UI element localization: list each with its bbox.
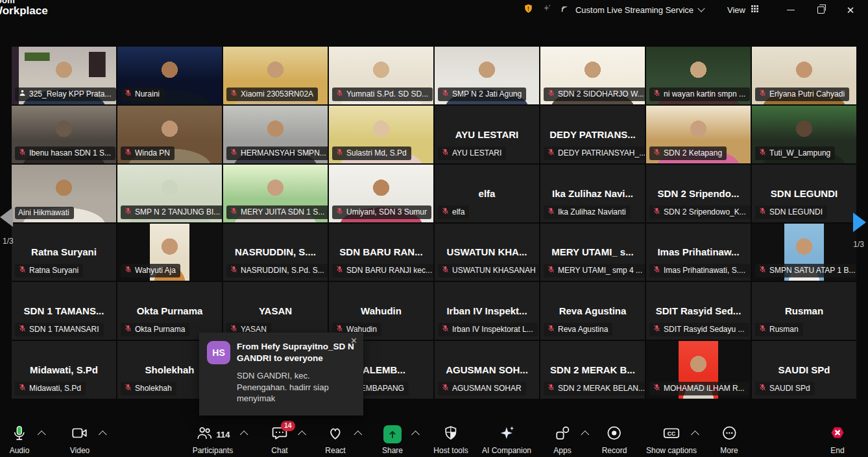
participant-tile[interactable]: SDN 2 Ketapang (646, 106, 751, 163)
participant-label-text: SMP N 2 TANJUNG BI... (135, 207, 220, 217)
participant-tile[interactable]: SAUDI SPdSAUDI SPd (752, 341, 856, 399)
ai-button[interactable]: AI Companion (482, 425, 531, 455)
participant-tile[interactable]: Nuraini (117, 47, 222, 104)
participant-tile[interactable]: Xiaomi 23053RN02A (223, 47, 328, 104)
participant-tile[interactable]: Okta PurnamaOkta Purnama (117, 282, 222, 340)
record-button[interactable]: Record (602, 425, 627, 455)
participant-tile[interactable]: Irban IV Inspekt...Irban IV Inspektorat … (435, 282, 539, 340)
participant-tile[interactable]: WahudinWahudin (329, 282, 433, 340)
participant-tile[interactable]: YASANYASAN (223, 282, 328, 340)
next-page-arrow[interactable] (853, 213, 866, 232)
audio-button[interactable]: Audio (10, 425, 30, 455)
participant-tile[interactable]: MOHAMAD ILHAM R... (646, 341, 751, 399)
participant-tile[interactable]: ni wayan kartin smpn ... (646, 47, 751, 104)
chevron-up-icon[interactable] (298, 430, 306, 439)
participant-tile[interactable]: SMP N 2 Jati Agung (435, 47, 539, 104)
participant-label-text: Ibenu hasan SDN 1 S... (29, 148, 111, 158)
previous-page-arrow[interactable] (0, 207, 13, 227)
participant-tile[interactable]: RusmanRusman (752, 282, 856, 340)
participant-tile[interactable]: Ibenu hasan SDN 1 S... (12, 106, 116, 163)
participant-tile[interactable]: Aini Hikmawati (12, 165, 116, 222)
muted-mic-icon (547, 383, 555, 393)
participant-tile[interactable]: SDN 2 SIDOHARJO W... (540, 47, 645, 104)
participant-tile[interactable]: Yumnati S.Pd. SD SD... (329, 47, 433, 104)
chat-button[interactable]: 14Chat (271, 425, 288, 455)
close-button[interactable]: ✕ (842, 1, 859, 18)
react-button[interactable]: React (325, 425, 345, 455)
share-button[interactable]: Share (382, 425, 403, 455)
participant-tile[interactable]: Umiyani, SDN 3 Sumur (329, 165, 433, 222)
participant-tile[interactable]: SMPN SATU ATAP 1 B... (752, 224, 856, 281)
participant-tile[interactable]: elfaelfa (435, 165, 539, 222)
chevron-up-icon[interactable] (354, 430, 363, 439)
participant-tile[interactable]: SDN LEGUNDISDN LEGUNDI (752, 165, 856, 222)
participant-label-text: Yumnati S.Pd. SD SD... (346, 89, 428, 99)
host-label: Host tools (433, 446, 468, 455)
participant-tile[interactable]: Tuti_W_Lampung (752, 106, 856, 163)
more-label: More (720, 446, 738, 455)
participant-tile[interactable]: Ika Zulihaz Navi...Ika Zulihaz Navianti (540, 165, 645, 222)
host-button[interactable]: Host tools (433, 425, 468, 455)
participant-tile[interactable]: Midawati, S.PdMidawati, S.Pd (12, 341, 116, 399)
streaming-service-label[interactable]: Custom Live Streaming Service (575, 5, 693, 15)
muted-mic-icon (335, 89, 344, 99)
record-label: Record (602, 446, 627, 455)
muted-mic-icon (547, 148, 555, 158)
more-button[interactable]: More (720, 425, 738, 455)
participant-tile[interactable]: Winda PN (117, 106, 222, 163)
participant-tile[interactable]: 325_Relay KPP Prata... (12, 47, 116, 104)
chevron-up-icon[interactable] (99, 430, 107, 439)
security-shield-icon[interactable] (523, 3, 534, 17)
chevron-up-icon[interactable] (691, 430, 699, 439)
captions-icon: CC (662, 425, 681, 444)
chat-notification-popup[interactable]: ✕ HS From Hefy Suprayitno_SD N GANDRI to… (199, 333, 363, 416)
restore-button[interactable] (812, 1, 829, 18)
participant-tile[interactable]: DEDY PATRIANS...DEDY PATRIANSYAH_... (540, 106, 645, 163)
react-icon (326, 425, 344, 444)
end-button[interactable]: End (828, 425, 847, 455)
participant-tile[interactable]: AYU LESTARIAYU LESTARI (435, 106, 539, 163)
participant-tile[interactable]: SDN 1 TAMANS...SDN 1 TAMANSARI (12, 282, 116, 340)
chevron-up-icon[interactable] (411, 430, 420, 439)
participant-label-text: SDN 2 SIDOHARJO W... (558, 89, 644, 99)
participants-button[interactable]: 114Participants (193, 425, 234, 455)
muted-mic-icon (124, 207, 132, 217)
participant-tile[interactable]: Reva AgustinaReva Agustina (540, 282, 645, 340)
participant-name-label: Sulastri Md, S.Pd (332, 146, 411, 160)
participant-tile[interactable]: Wahyuti Aja (117, 224, 222, 281)
minimize-button[interactable] (782, 1, 799, 18)
participant-tile[interactable]: SDIT Rasyid Sed...SDIT Rasyid Sedayu ... (646, 282, 751, 340)
participant-tile[interactable]: Erlyana Putri Cahyadi (752, 47, 856, 104)
captions-button[interactable]: CCShow captions (646, 425, 697, 455)
participant-tile[interactable]: AGUSMAN SOH...AGUSMAN SOHAR (435, 341, 539, 399)
ai-sparkle-icon[interactable] (542, 3, 552, 16)
apps-button[interactable]: Apps (553, 425, 571, 455)
close-icon[interactable]: ✕ (350, 336, 357, 346)
muted-mic-icon (441, 148, 450, 158)
view-button[interactable]: View (727, 5, 745, 15)
participant-tile[interactable]: SMP N 2 TANJUNG BI... (117, 165, 222, 222)
participant-tile[interactable]: SDN 2 MERAK B...SDN 2 MERAK BELAN... (540, 341, 645, 399)
chevron-up-icon[interactable] (38, 430, 46, 439)
participant-label-text: DEDY PATRIANSYAH_... (558, 148, 645, 158)
video-button[interactable]: Video (70, 425, 90, 455)
chevron-up-icon[interactable] (240, 430, 248, 439)
participant-tile[interactable]: MERY UTAMI_ s...MERY UTAMI_ smp 4 ... (540, 224, 645, 281)
participant-tile[interactable]: MERY JUITA SDN 1 S... (223, 165, 328, 222)
participant-tile[interactable]: Sulastri Md, S.Pd (329, 106, 433, 163)
chevron-up-icon[interactable] (581, 430, 589, 439)
participant-label-text: HERMANSYAH SMPN... (241, 148, 326, 158)
participant-name-label: SAUDI SPd (755, 382, 815, 395)
participant-name-label: SMP N 2 TANJUNG BI... (121, 205, 222, 219)
muted-mic-icon (441, 89, 450, 99)
participant-tile[interactable]: SDN 2 Sripendo...SDN 2 Sripendowo_K... (646, 165, 751, 222)
participant-label-text: Xiaomi 23053RN02A (241, 89, 313, 99)
participant-tile[interactable]: NASRUDDIN, S....NASRUDDIN, S.Pd. S... (223, 224, 328, 281)
view-grid-icon[interactable] (751, 4, 759, 16)
participant-tile[interactable]: HERMANSYAH SMPN... (223, 106, 328, 163)
chevron-down-icon[interactable] (697, 5, 705, 12)
participant-tile[interactable]: Imas Prihatinaw...Imas Prihatinawati, S.… (646, 224, 751, 281)
participant-tile[interactable]: USWATUN KHA...USWATUN KHASANAH (435, 224, 539, 281)
participant-tile[interactable]: SDN BARU RAN...SDN BARU RANJI kec... (329, 224, 433, 281)
participant-tile[interactable]: Ratna SuryaniRatna Suryani (12, 224, 116, 281)
